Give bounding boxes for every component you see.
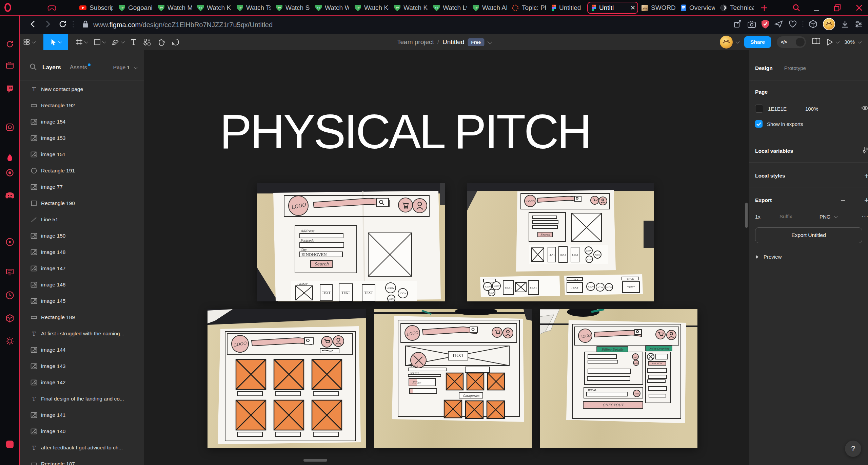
library-book-icon[interactable] xyxy=(812,38,821,46)
canvas-photo-wireframe-checkout[interactable]: LOGO Billing Details Order Overview edit… xyxy=(540,309,697,448)
layer-row-image-147[interactable]: image 147 xyxy=(20,260,144,277)
chevron-down-icon[interactable] xyxy=(487,39,492,44)
layer-row-rectangle-189[interactable]: Rectangle 189 xyxy=(20,309,144,326)
export-suffix-input[interactable] xyxy=(780,213,812,220)
lock-icon[interactable] xyxy=(82,20,89,30)
sidebar-settings-gear-icon[interactable] xyxy=(5,336,15,346)
layer-row-line-51[interactable]: Line 51 xyxy=(20,211,144,228)
canvas-photo-wireframe-landing-1[interactable]: LOGO Address Postcode City EINDHOVEN Sea… xyxy=(257,183,445,301)
tab-layers[interactable]: Layers xyxy=(42,64,61,71)
browser-tab-watch-ke[interactable]: TVWatch Ke xyxy=(194,2,233,14)
canvas-title-text-layer[interactable]: PHYSICAL PITCH xyxy=(220,104,590,160)
send-to-device-icon[interactable] xyxy=(774,20,783,30)
resources-tool-button[interactable] xyxy=(140,34,154,50)
vertical-scrollbar[interactable] xyxy=(745,203,748,228)
sidebar-gx-store-icon[interactable] xyxy=(5,313,15,323)
sidebar-rooms-icon[interactable] xyxy=(5,122,15,132)
reload-icon[interactable] xyxy=(58,19,67,30)
export-format-select[interactable]: PNG xyxy=(820,214,831,220)
preview-disclosure-triangle[interactable] xyxy=(756,255,759,259)
browser-tab-untitled[interactable]: Untitled xyxy=(548,2,587,14)
window-restore-button[interactable] xyxy=(833,4,842,13)
layer-row-image-141[interactable]: image 141 xyxy=(20,407,144,423)
breadcrumb-project[interactable]: Team project xyxy=(397,38,434,46)
help-button[interactable]: ? xyxy=(845,441,861,457)
tab-assets[interactable]: Assets xyxy=(70,64,87,71)
current-user-avatar[interactable] xyxy=(719,35,738,49)
comment-tool-button[interactable] xyxy=(169,34,183,50)
layer-row-image-143[interactable]: image 143 xyxy=(20,358,144,374)
tab-search-icon[interactable] xyxy=(792,4,801,13)
browser-tab-watch-ts[interactable]: TVWatch Ts xyxy=(233,2,273,14)
url-text[interactable]: www.figma.com/design/ceZ1ElHbRo7NJZZ1r7u… xyxy=(93,21,273,29)
dev-mode-toggle[interactable]: </> xyxy=(777,36,806,48)
share-page-icon[interactable] xyxy=(733,20,742,30)
browser-tab-watch-se[interactable]: TVWatch Se xyxy=(273,2,312,14)
page-selector[interactable]: Page 1 xyxy=(113,64,137,71)
layer-row-image-146[interactable]: image 146 xyxy=(20,277,144,293)
layer-row-image-151[interactable]: image 151 xyxy=(20,146,144,163)
page-color-opacity[interactable]: 100% xyxy=(805,106,818,112)
export-scale[interactable]: 1x xyxy=(755,214,780,220)
sidebar-twitch-icon[interactable] xyxy=(5,84,15,94)
hand-tool-button[interactable] xyxy=(154,34,169,50)
chevron-down-icon[interactable] xyxy=(836,40,840,43)
canvas-photo-wireframe-landing-2[interactable]: LOGO Search TEXT TEXT TEXT ICON ICON ICO… xyxy=(467,183,654,301)
tab-prototype[interactable]: Prototype xyxy=(784,65,806,71)
frame-tool-button[interactable] xyxy=(73,34,91,50)
browser-tab-overview[interactable]: Overview xyxy=(677,2,717,14)
layer-row-final-design-of-the-landing-and-co-[interactable]: TFinal design of the landing and co... xyxy=(20,391,144,407)
layer-row-rectangle-191[interactable]: Rectangle 191 xyxy=(20,163,144,179)
horizontal-scrollbar[interactable] xyxy=(303,459,327,462)
browser-tab-gogoanin[interactable]: TVGogoanin xyxy=(115,2,155,14)
new-tab-button[interactable] xyxy=(761,4,768,13)
share-button[interactable]: Share xyxy=(744,36,771,48)
layer-row-at-first-i-struggled-with-the-naming-[interactable]: TAt first i struggled with the naming... xyxy=(20,326,144,342)
page-color-swatch[interactable] xyxy=(755,105,763,113)
sidebar-play-icon[interactable] xyxy=(5,237,15,247)
sidebar-speed-dial-icon[interactable] xyxy=(5,38,15,49)
layer-row-image-153[interactable]: image 153 xyxy=(20,130,144,146)
page-color-hex[interactable]: 1E1E1E xyxy=(768,106,801,112)
preview-label[interactable]: Preview xyxy=(764,254,782,260)
sidebar-hot-tabs-flame-icon[interactable] xyxy=(5,153,15,163)
move-tool-button[interactable] xyxy=(43,34,68,50)
figma-canvas[interactable]: PHYSICAL PITCH LOGO Address Postcode xyxy=(144,50,749,465)
settings-sliders-icon[interactable] xyxy=(854,20,863,30)
text-tool-button[interactable] xyxy=(127,34,140,50)
forward-icon[interactable] xyxy=(43,20,52,30)
show-in-exports-checkbox[interactable] xyxy=(755,120,763,128)
shape-tool-button[interactable] xyxy=(91,34,108,50)
present-button[interactable] xyxy=(826,38,839,46)
sidebar-discord-icon[interactable] xyxy=(5,190,15,201)
add-style-plus-icon[interactable]: + xyxy=(864,171,868,181)
bookmark-heart-icon[interactable] xyxy=(788,20,797,30)
layer-row-image-150[interactable]: image 150 xyxy=(20,228,144,244)
browser-tab-watch-ka[interactable]: TVWatch Ka xyxy=(391,2,430,14)
layer-row-image-142[interactable]: image 142 xyxy=(20,374,144,391)
layer-row-rectangle-190[interactable]: Rectangle 190 xyxy=(20,195,144,211)
sidebar-pinboard-icon[interactable] xyxy=(5,439,15,449)
sidebar-easy-files-icon[interactable] xyxy=(5,60,15,70)
variables-sliders-icon[interactable] xyxy=(862,147,868,155)
browser-tab-subscript[interactable]: Subscript xyxy=(76,2,115,14)
layer-row-image-145[interactable]: image 145 xyxy=(20,293,144,309)
sidebar-player-icon[interactable] xyxy=(5,267,15,277)
layer-row-image-154[interactable]: image 154 xyxy=(20,114,144,130)
search-icon[interactable] xyxy=(29,63,37,72)
opera-gx-logo-icon[interactable] xyxy=(3,3,12,13)
remove-export-minus-icon[interactable]: − xyxy=(841,196,845,205)
canvas-photo-wireframe-categories[interactable]: LOGO TEXT NAME SELECT Filter xyxy=(374,309,532,448)
browser-tab-watch-ak[interactable]: TVWatch Ak xyxy=(469,2,509,14)
layer-row-image-148[interactable]: image 148 xyxy=(20,244,144,260)
browser-tab-watch-m[interactable]: TVWatch M xyxy=(155,2,194,14)
sidebar-history-clock-icon[interactable] xyxy=(5,290,15,300)
canvas-photo-wireframe-shop-grid[interactable]: LOGO xyxy=(208,309,366,448)
chevron-down-icon[interactable] xyxy=(736,40,739,43)
browser-tab-watch-lv[interactable]: TVWatch Lv xyxy=(430,2,469,14)
profile-avatar[interactable] xyxy=(823,18,835,32)
export-more-icon[interactable]: ⋯ xyxy=(862,212,868,221)
layer-row-rectangle-192[interactable]: Rectangle 192 xyxy=(20,97,144,114)
browser-tab-untitl[interactable]: Untitl✕ xyxy=(587,2,638,14)
pen-tool-button[interactable] xyxy=(108,34,127,50)
